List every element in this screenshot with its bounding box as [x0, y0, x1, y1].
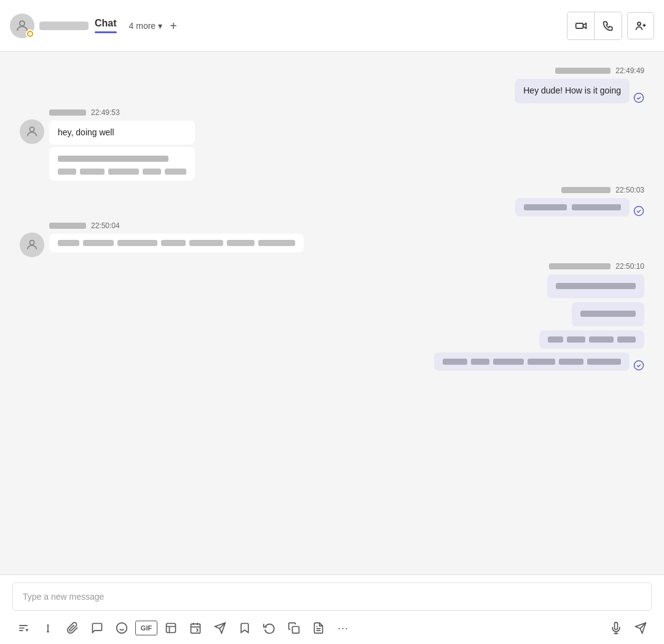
more-options-icon[interactable]: ··· — [332, 617, 354, 639]
svg-rect-12 — [191, 624, 200, 633]
header-actions — [567, 12, 654, 40]
input-area: Type a new message — [0, 574, 664, 644]
tab-chat-underline — [95, 31, 117, 33]
sender-name-blurred-5 — [549, 263, 611, 269]
emoji-icon[interactable] — [111, 617, 133, 639]
send-icon[interactable] — [209, 617, 231, 639]
svg-rect-18 — [293, 627, 299, 634]
blurred-text-2b — [58, 156, 168, 162]
format-icon[interactable] — [12, 617, 34, 639]
message-group-5: 22:50:10 — [20, 262, 644, 371]
reply-icon[interactable] — [86, 617, 108, 639]
message-group-4: 22:50:04 — [20, 221, 644, 257]
toolbar: GIF — [12, 617, 652, 639]
svg-point-2 — [638, 22, 641, 25]
svg-point-7 — [47, 631, 49, 632]
message-bubble-5b — [572, 302, 644, 327]
message-bubble-5c — [539, 330, 644, 349]
more-tabs-label: 4 more — [129, 21, 156, 31]
message-time-3: 22:50:03 — [615, 186, 644, 194]
attach-icon[interactable] — [61, 617, 84, 639]
video-call-button[interactable] — [567, 12, 595, 39]
read-receipt-1 — [633, 92, 644, 103]
contact-avatar-4 — [20, 233, 44, 257]
send-button[interactable] — [630, 617, 652, 639]
refresh-icon[interactable] — [258, 617, 280, 639]
chat-area: 22:49:49 Hey dude! How is it going — [0, 52, 664, 574]
message-time-5: 22:50:10 — [615, 262, 644, 271]
message-bubble-2b — [49, 147, 195, 181]
message-bubble-3 — [515, 198, 630, 217]
add-tab-button[interactable]: + — [170, 20, 177, 32]
more-tabs[interactable]: 4 more ▾ — [129, 21, 163, 31]
notes-icon[interactable] — [307, 617, 330, 639]
audio-icon[interactable] — [605, 617, 627, 639]
schedule-icon[interactable] — [184, 617, 207, 639]
message-bubble-4 — [49, 234, 304, 252]
contact-name-blurred — [39, 22, 89, 30]
message-bubble-1: Hey dude! How is it going — [515, 79, 630, 103]
copy-icon[interactable] — [283, 617, 305, 639]
message-bubble-5d — [434, 352, 630, 371]
call-buttons — [567, 12, 622, 40]
message-time-2: 22:49:53 — [91, 108, 120, 117]
contact-avatar-2 — [20, 119, 44, 144]
message-bubble-2: hey, doing well — [49, 121, 195, 145]
user-avatar[interactable] — [10, 14, 34, 38]
header: Chat 4 more ▾ + — [0, 0, 664, 52]
message-input[interactable]: Type a new message — [12, 582, 652, 611]
tab-chat[interactable]: Chat — [95, 18, 117, 33]
read-receipt-3 — [633, 205, 644, 217]
add-people-button[interactable] — [627, 12, 654, 39]
tab-chat-label: Chat — [95, 18, 117, 29]
message-time: 22:49:49 — [615, 66, 644, 75]
message-group-2: 22:49:53 hey, doing well — [20, 108, 644, 181]
chevron-down-icon: ▾ — [158, 21, 162, 31]
svg-point-8 — [117, 623, 127, 634]
svg-point-4 — [30, 240, 34, 244]
important-icon[interactable] — [37, 617, 59, 639]
svg-point-0 — [20, 21, 25, 26]
message-content-4: 22:50:04 — [49, 221, 304, 252]
svg-rect-1 — [575, 23, 583, 28]
sender-name-blurred-2 — [49, 109, 86, 116]
read-receipt-5 — [633, 360, 644, 371]
message-text-1: Hey dude! How is it going — [523, 85, 621, 95]
sender-name-blurred-4 — [49, 223, 86, 229]
avatar-badge — [26, 30, 34, 38]
sender-name-blurred — [555, 68, 611, 74]
bookmark-icon[interactable] — [234, 617, 256, 639]
audio-call-button[interactable] — [595, 12, 622, 39]
gif-icon[interactable]: GIF — [135, 621, 157, 635]
message-group-1: 22:49:49 Hey dude! How is it going — [20, 66, 644, 103]
sticker-icon[interactable] — [160, 617, 182, 639]
sender-name-blurred-3 — [561, 187, 611, 193]
svg-point-3 — [30, 127, 34, 131]
message-time-4: 22:50:04 — [91, 221, 120, 230]
message-group-3: 22:50:03 — [20, 186, 644, 217]
message-content-2: 22:49:53 hey, doing well — [49, 108, 195, 181]
toolbar-right — [605, 617, 652, 639]
message-text-2: hey, doing well — [58, 127, 114, 137]
message-bubble-5a — [547, 274, 644, 299]
svg-rect-11 — [167, 624, 176, 633]
